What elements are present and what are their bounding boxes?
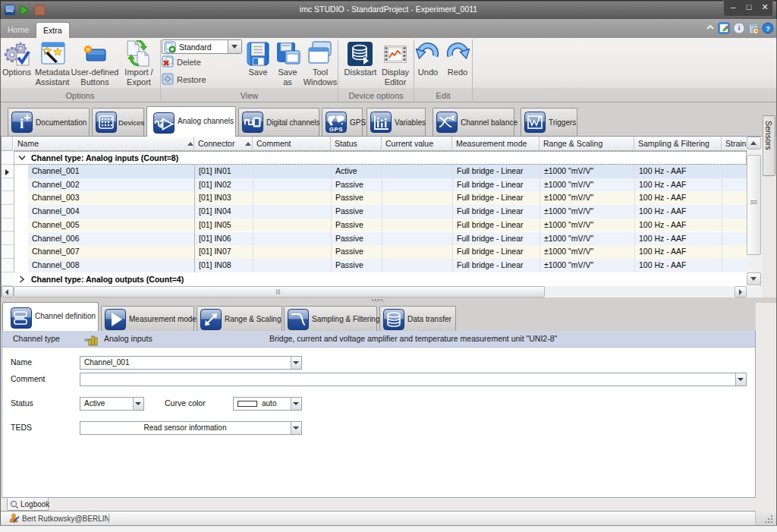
svg-text:?: ? [766,25,770,33]
svg-text:i: i [20,115,24,131]
svg-text:imc: imc [6,8,14,13]
svg-text:i: i [738,24,741,32]
svg-text:GPS: GPS [329,126,344,133]
